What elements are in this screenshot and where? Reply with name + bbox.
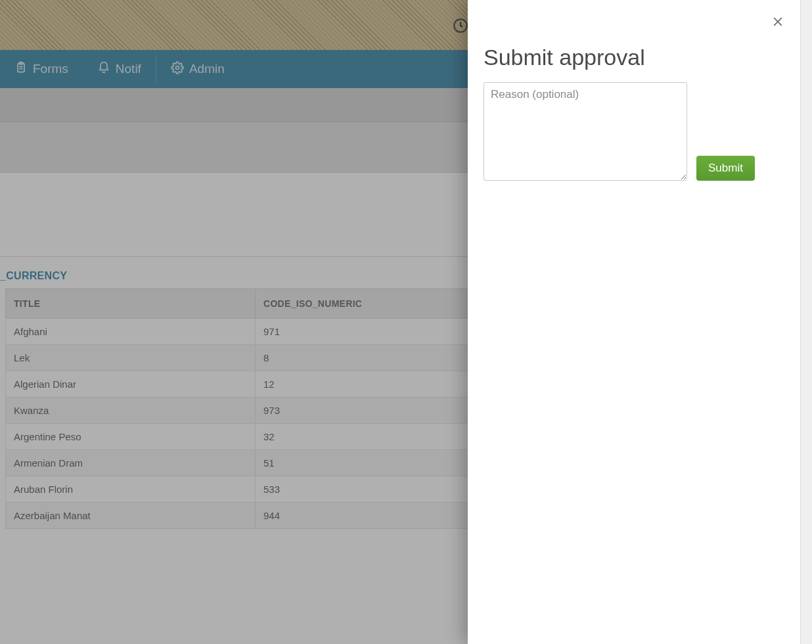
- nav-admin-label: Admin: [189, 62, 225, 76]
- close-icon: [771, 15, 784, 30]
- col-header-title[interactable]: TITLE: [6, 289, 256, 319]
- cell-title: Armenian Dram: [6, 450, 256, 476]
- panel-title: Submit approval: [484, 45, 784, 70]
- submit-button[interactable]: Submit: [696, 156, 755, 181]
- cell-title: Afghani: [6, 319, 256, 345]
- bell-icon: [97, 61, 110, 78]
- gear-icon: [171, 61, 184, 78]
- clipboard-icon: [14, 61, 28, 78]
- cell-title: Kwanza: [6, 398, 256, 424]
- submit-approval-panel: Submit approval Submit: [468, 0, 800, 644]
- reason-textarea[interactable]: [484, 82, 687, 181]
- cell-title: Aruban Florin: [6, 476, 256, 503]
- nav-notif[interactable]: Notif: [83, 50, 156, 88]
- cell-title: Argentine Peso: [6, 424, 256, 450]
- cell-title: Algerian Dinar: [6, 371, 256, 398]
- cell-title: Lek: [6, 345, 256, 371]
- scrollbar-gutter[interactable]: [800, 0, 812, 644]
- nav-forms[interactable]: Forms: [0, 50, 83, 88]
- nav-notif-label: Notif: [116, 62, 141, 76]
- svg-point-3: [175, 66, 179, 69]
- cell-title: Azerbaijan Manat: [6, 503, 256, 529]
- nav-admin[interactable]: Admin: [156, 50, 239, 88]
- close-button[interactable]: [770, 14, 786, 30]
- nav-forms-label: Forms: [33, 62, 68, 76]
